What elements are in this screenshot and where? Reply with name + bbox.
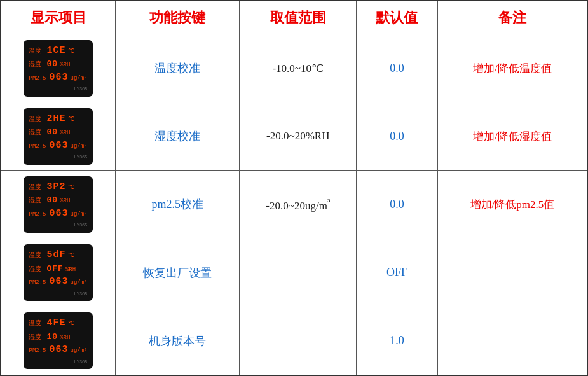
range-cell-1: -10.0~10℃: [240, 34, 357, 102]
table-row: 温度 1CE ℃ 湿度 00 %RH PM2.5 063 ug/m³ LY365…: [1, 34, 587, 102]
range-cell-3: -20.0~20ug/m³: [240, 171, 357, 239]
default-val-cell-4: OFF: [357, 239, 438, 307]
func-key-cell-5: 机身版本号: [116, 307, 240, 375]
default-val-cell-1: 0.0: [357, 34, 438, 102]
table-row: 温度 2HE ℃ 湿度 00 %RH PM2.5 063 ug/m³ LY365…: [1, 102, 587, 171]
remarks-cell-1: 增加/降低温度值: [437, 34, 587, 102]
table-row: 温度 5dF ℃ 湿度 OFF %RH PM2.5 063 ug/m³ LY36…: [1, 239, 587, 307]
col-header-remarks: 备注: [437, 1, 587, 34]
device-widget-1: 温度 1CE ℃ 湿度 00 %RH PM2.5 063 ug/m³ LY365: [24, 40, 92, 97]
settings-table: 显示项目 功能按键 取值范围 默认值 备注 温度 1CE ℃ 湿度 00 %RH…: [1, 1, 587, 375]
col-header-func: 功能按键: [116, 1, 240, 34]
col-header-default: 默认值: [357, 1, 438, 34]
header-row: 显示项目 功能按键 取值范围 默认值 备注: [1, 1, 587, 34]
range-cell-5: –: [240, 307, 357, 375]
default-val-cell-3: 0.0: [357, 171, 438, 239]
device-widget-2: 温度 2HE ℃ 湿度 00 %RH PM2.5 063 ug/m³ LY365: [24, 108, 92, 165]
default-val-cell-2: 0.0: [357, 102, 438, 171]
display-cell-5: 温度 4FE ℃ 湿度 10 %RH PM2.5 063 ug/m³ LY365: [1, 307, 116, 375]
func-key-cell-3: pm2.5校准: [116, 171, 240, 239]
range-cell-2: -20.0~20%RH: [240, 102, 357, 171]
display-cell-3: 温度 3P2 ℃ 湿度 00 %RH PM2.5 063 ug/m³ LY365: [1, 171, 116, 239]
main-table-wrapper: 显示项目 功能按键 取值范围 默认值 备注 温度 1CE ℃ 湿度 00 %RH…: [0, 0, 588, 376]
remarks-cell-2: 增加/降低湿度值: [437, 102, 587, 171]
col-header-display: 显示项目: [1, 1, 116, 34]
display-cell-1: 温度 1CE ℃ 湿度 00 %RH PM2.5 063 ug/m³ LY365: [1, 34, 116, 102]
display-cell-4: 温度 5dF ℃ 湿度 OFF %RH PM2.5 063 ug/m³ LY36…: [1, 239, 116, 307]
col-header-range: 取值范围: [240, 1, 357, 34]
device-widget-4: 温度 5dF ℃ 湿度 OFF %RH PM2.5 063 ug/m³ LY36…: [24, 244, 92, 301]
default-val-cell-5: 1.0: [357, 307, 438, 375]
remarks-cell-4: –: [437, 239, 587, 307]
remarks-cell-3: 增加/降低pm2.5值: [437, 171, 587, 239]
func-key-cell-2: 湿度校准: [116, 102, 240, 171]
range-cell-4: –: [240, 239, 357, 307]
func-key-cell-1: 温度校准: [116, 34, 240, 102]
remarks-cell-5: –: [437, 307, 587, 375]
table-row: 温度 3P2 ℃ 湿度 00 %RH PM2.5 063 ug/m³ LY365…: [1, 171, 587, 239]
func-key-cell-4: 恢复出厂设置: [116, 239, 240, 307]
device-widget-3: 温度 3P2 ℃ 湿度 00 %RH PM2.5 063 ug/m³ LY365: [24, 176, 92, 233]
display-cell-2: 温度 2HE ℃ 湿度 00 %RH PM2.5 063 ug/m³ LY365: [1, 102, 116, 171]
device-widget-5: 温度 4FE ℃ 湿度 10 %RH PM2.5 063 ug/m³ LY365: [24, 312, 92, 369]
table-row: 温度 4FE ℃ 湿度 10 %RH PM2.5 063 ug/m³ LY365…: [1, 307, 587, 375]
